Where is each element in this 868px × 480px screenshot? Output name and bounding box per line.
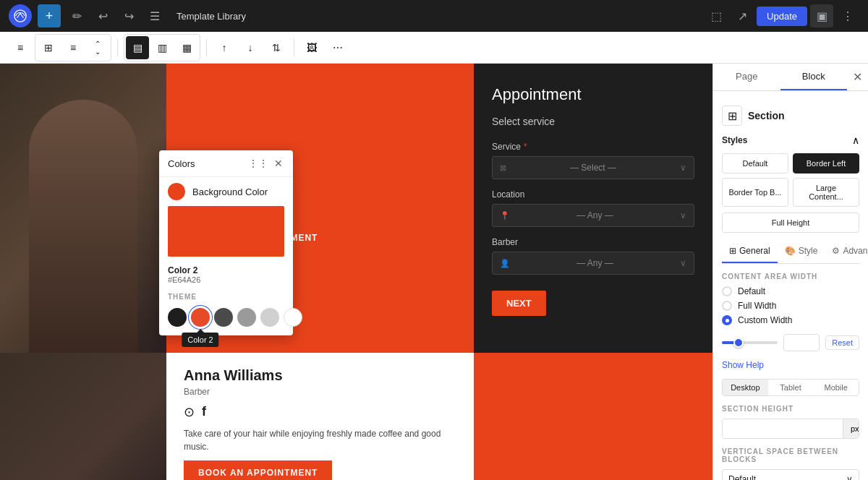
radio-custom-width[interactable]: Custom Width bbox=[722, 315, 859, 325]
anna-desc: Take care of your hair while enjoying fr… bbox=[184, 427, 456, 453]
styles-toggle-button[interactable]: ∧ bbox=[852, 134, 859, 146]
style-border-top-button[interactable]: Border Top B... bbox=[722, 178, 788, 207]
toolbar-separator-1 bbox=[117, 39, 118, 56]
image-insert-button[interactable]: 🖼 bbox=[300, 36, 323, 59]
device-tab-desktop[interactable]: Desktop bbox=[723, 380, 768, 395]
width-slider-thumb[interactable] bbox=[733, 338, 744, 348]
add-block-button[interactable]: + bbox=[38, 4, 61, 27]
colors-popup-drag[interactable]: ⋮⋮ bbox=[247, 156, 270, 171]
topbar-right: ⬚ ↗ Update ▣ ⋮ bbox=[705, 4, 859, 27]
section-height-unit-select[interactable]: px % vh bbox=[843, 419, 859, 438]
tab-block[interactable]: Block bbox=[780, 64, 848, 90]
undo-button[interactable]: ↩ bbox=[93, 6, 113, 26]
woman-image bbox=[0, 353, 166, 480]
appointment-subtitle: Select service bbox=[492, 116, 694, 127]
section-height-input-row: px % vh bbox=[722, 419, 859, 439]
anna-info-section: Anna Williams Barber ⊙ f Take care of yo… bbox=[166, 353, 474, 480]
style-border-left-button[interactable]: Border Left bbox=[793, 153, 859, 173]
canvas-area: w Wolf coffee and BOOK AN APPOINTMENT Ap… bbox=[0, 64, 712, 480]
align-center-button[interactable]: ▥ bbox=[150, 36, 174, 59]
radio-default[interactable]: Default bbox=[722, 286, 859, 296]
edit-pen-button[interactable]: ✏ bbox=[67, 6, 87, 26]
vertical-space-label: VERTICAL SPACE BETWEEN BLOCKS bbox=[722, 447, 859, 463]
menu-button[interactable]: ☰ bbox=[145, 6, 165, 26]
sub-tabs: ⊞ General 🎨 Style ⚙ Advanced bbox=[722, 240, 859, 264]
theme-swatch-darkgray[interactable] bbox=[214, 308, 233, 327]
theme-swatch-black[interactable] bbox=[168, 308, 187, 327]
sub-tab-advanced[interactable]: ⚙ Advanced bbox=[825, 240, 868, 263]
sub-tab-style[interactable]: 🎨 Style bbox=[778, 240, 825, 263]
section-height-input[interactable] bbox=[723, 419, 843, 438]
insert-above-button[interactable]: ↑ bbox=[213, 36, 236, 59]
location-icon: 📍 bbox=[500, 211, 510, 220]
editor-toolbar: ≡ ⊞ ≡ ⌃⌄ ▤ ▥ ▦ ↑ ↓ ⇅ 🖼 ⋯ bbox=[0, 32, 868, 64]
device-tab-tablet[interactable]: Tablet bbox=[768, 380, 814, 395]
style-default-button[interactable]: Default bbox=[722, 153, 788, 173]
anna-role: Barber bbox=[184, 387, 456, 397]
vertical-space-dropdown[interactable]: Default ∨ bbox=[722, 469, 859, 480]
style-full-height-button[interactable]: Full Height bbox=[722, 213, 859, 233]
align-right-button[interactable]: ▦ bbox=[175, 36, 198, 59]
general-icon: ⊞ bbox=[729, 246, 736, 256]
service-label: Service * bbox=[492, 142, 694, 152]
theme-swatch-color2-wrapper: Color 2 bbox=[191, 308, 210, 327]
more-tools-button[interactable]: ⋯ bbox=[326, 36, 349, 59]
width-input[interactable]: 678 bbox=[783, 334, 820, 351]
colors-popup-close[interactable]: ✕ bbox=[273, 156, 284, 171]
radio-full-width-circle bbox=[722, 301, 732, 311]
section-height-label: SECTION HEIGHT bbox=[722, 405, 859, 413]
service-select[interactable]: ⊠ — Select — ∨ bbox=[492, 156, 694, 179]
radio-full-width[interactable]: Full Width bbox=[722, 301, 859, 311]
toolbar-separator-2 bbox=[206, 39, 207, 56]
width-slider-track[interactable] bbox=[722, 341, 778, 344]
style-large-content-button[interactable]: Large Content... bbox=[793, 178, 859, 207]
panel-toggle-button[interactable]: ▣ bbox=[810, 4, 833, 27]
next-button[interactable]: NEXT bbox=[492, 291, 546, 316]
barber-select[interactable]: 👤 — Any — ∨ bbox=[492, 252, 694, 275]
sub-tab-general[interactable]: ⊞ General bbox=[722, 240, 778, 263]
align-group: ▤ ▥ ▦ bbox=[124, 34, 200, 61]
instagram-icon[interactable]: ⊙ bbox=[184, 404, 195, 420]
background-color-option[interactable]: Background Color bbox=[159, 177, 293, 206]
tab-page[interactable]: Page bbox=[713, 64, 780, 90]
wp-logo[interactable] bbox=[9, 4, 32, 27]
content-area-width-label: CONTENT AREA WIDTH bbox=[722, 273, 859, 280]
theme-swatch-white[interactable] bbox=[284, 308, 302, 327]
toggle-navigator-button[interactable]: ≡ bbox=[9, 36, 32, 59]
man-silhouette bbox=[29, 100, 137, 353]
device-tab-mobile[interactable]: Mobile bbox=[813, 380, 859, 395]
reset-width-button[interactable]: Reset bbox=[825, 335, 859, 350]
list-view-button[interactable]: ≡ bbox=[61, 36, 85, 59]
facebook-icon[interactable]: f bbox=[202, 404, 206, 420]
radio-default-circle bbox=[722, 286, 732, 296]
panel-close-button[interactable]: ✕ bbox=[847, 64, 868, 90]
style-buttons-grid: Default Border Left Border Top B... Larg… bbox=[722, 153, 859, 207]
insert-below-button[interactable]: ↓ bbox=[239, 36, 262, 59]
colors-popup-header: Colors ⋮⋮ ✕ bbox=[159, 150, 293, 177]
preview-button[interactable]: ⬚ bbox=[705, 4, 728, 27]
man-photo-section bbox=[0, 64, 166, 353]
redo-button[interactable]: ↪ bbox=[119, 6, 139, 26]
drag-handle-button[interactable]: ⇅ bbox=[265, 36, 288, 59]
anna-book-button[interactable]: BOOK AN APPOINTMENT bbox=[184, 460, 332, 480]
wp-logo-icon bbox=[14, 9, 27, 22]
background-color-label: Background Color bbox=[192, 187, 268, 197]
service-group: Service * ⊠ — Select — ∨ bbox=[492, 142, 694, 179]
toolbar-separator-3 bbox=[294, 39, 294, 56]
theme-swatch-lightgray[interactable] bbox=[260, 308, 279, 327]
collapse-button[interactable]: ⌃⌄ bbox=[86, 36, 109, 59]
external-link-button[interactable]: ↗ bbox=[731, 4, 754, 27]
theme-swatch-medgray[interactable] bbox=[237, 308, 256, 327]
update-button[interactable]: Update bbox=[757, 7, 807, 26]
more-options-button[interactable]: ⋮ bbox=[836, 4, 859, 27]
show-help-link[interactable]: Show Help bbox=[722, 360, 859, 370]
anna-name: Anna Williams bbox=[184, 367, 456, 384]
grid-view-button[interactable]: ⊞ bbox=[37, 36, 60, 59]
top-section: w Wolf coffee and BOOK AN APPOINTMENT Ap… bbox=[0, 64, 712, 353]
align-left-button[interactable]: ▤ bbox=[126, 36, 149, 59]
location-select[interactable]: 📍 — Any — ∨ bbox=[492, 204, 694, 227]
barber-label: Barber bbox=[492, 237, 694, 247]
theme-swatch-color2[interactable] bbox=[191, 308, 210, 327]
barber-arrow-icon: ∨ bbox=[680, 258, 686, 268]
device-tabs: Desktop Tablet Mobile bbox=[722, 379, 859, 396]
